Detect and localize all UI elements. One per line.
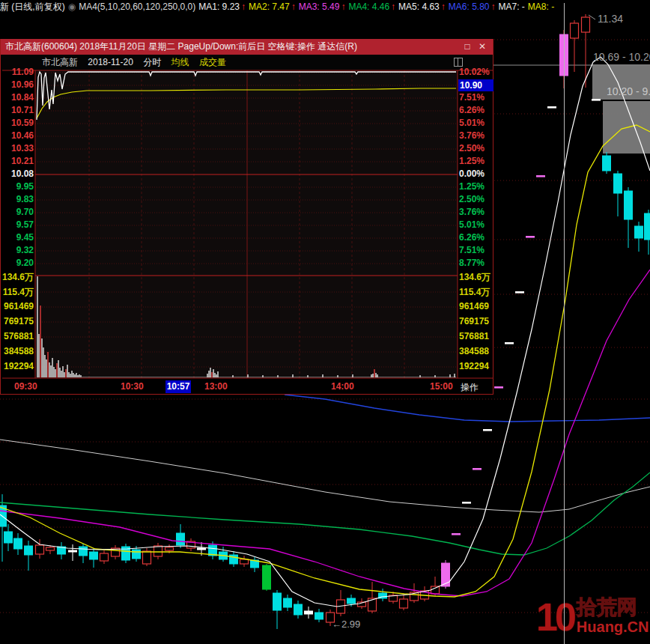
price-axis-label: 10.96	[1, 79, 34, 90]
daily-candle	[46, 547, 55, 550]
limit-up-dash-candle	[505, 342, 514, 344]
daily-candle	[263, 565, 271, 589]
percent-axis-label: 10.02%	[459, 67, 493, 77]
percent-axis-label: 6.26%	[459, 105, 493, 115]
watermark-domain: Huang.CN	[577, 619, 649, 635]
daily-candle	[198, 548, 206, 550]
daily-candle	[25, 546, 33, 555]
percent-axis-label: 2.50%	[459, 143, 493, 154]
action-menu-button[interactable]: 操作	[461, 381, 479, 394]
daily-candle	[14, 538, 22, 549]
daily-candle	[442, 563, 450, 586]
daily-candle	[284, 598, 292, 607]
limit-up-dash-candle	[462, 502, 471, 504]
daily-candle	[90, 552, 98, 559]
daily-candle	[294, 604, 303, 615]
daily-candle	[635, 226, 643, 238]
volume-axis-label: 576881	[459, 331, 493, 341]
daily-candle	[603, 156, 611, 171]
limit-up-dash-candle	[536, 175, 545, 177]
up-arrow-icon: ↑	[341, 1, 345, 12]
daily-candle	[165, 547, 174, 550]
watermark-site-name: 拾荒网	[577, 596, 649, 619]
daily-candle	[645, 213, 650, 240]
volume-axis-label: 115.4万	[459, 286, 493, 299]
percent-axis-label: 2.50%	[459, 194, 493, 204]
volume-axis-label: 961469	[1, 301, 34, 312]
watermark-number: 10	[536, 596, 574, 638]
low-price-annotation: ←2.99	[332, 619, 360, 630]
daily-candle	[100, 553, 109, 561]
ma-value-2: MA2: 7.47	[249, 1, 290, 12]
daily-candle	[400, 599, 408, 608]
price-axis-label: 10.59	[1, 118, 34, 128]
percent-axis-label: 3.76%	[459, 130, 493, 141]
price-axis-label: 9.20	[1, 258, 34, 268]
daily-candle	[154, 546, 162, 556]
daily-candle	[133, 550, 141, 559]
volume-axis-label: 576881	[1, 331, 34, 341]
daily-candle	[315, 613, 324, 619]
time-tick-label: 10:30	[121, 381, 144, 392]
percent-axis-label: 3.76%	[459, 207, 493, 217]
price-axis-label: 10.08	[1, 168, 34, 179]
time-tick-label: 09:30	[14, 381, 37, 392]
daily-candle	[347, 598, 356, 604]
ma-value-1: MA1: 9.23	[198, 1, 240, 12]
price-axis-label: 11.09	[1, 67, 34, 77]
indicator-header-bar: 新 (日线,前复权)◉MA4(5,10,20,60,120,250,0,0)MA…	[0, 0, 650, 13]
volume-axis-label: 384588	[459, 346, 493, 356]
site-watermark: 10 拾荒网 Huang.CN	[536, 596, 649, 638]
percent-axis-label: 7.51%	[459, 92, 493, 103]
volume-axis-label: 769175	[459, 316, 493, 326]
percent-axis-label: 6.26%	[459, 232, 493, 243]
ma-value-6: MA6: 5.80	[449, 1, 490, 12]
daily-candle	[431, 586, 440, 594]
limit-up-dash-candle	[592, 99, 601, 101]
volume-axis-label: 134.6万	[1, 271, 34, 284]
volume-axis-label: 115.4万	[1, 286, 34, 299]
price-axis-label: 9.32	[1, 245, 34, 255]
up-arrow-icon: ↑	[391, 1, 395, 12]
daily-candle	[305, 611, 313, 614]
daily-candle	[4, 532, 13, 543]
up-arrow-icon: ↑	[291, 1, 296, 12]
volume-axis-label: 384588	[1, 346, 34, 356]
percent-axis-label: 1.25%	[459, 156, 493, 166]
high-price-annotation: 11.34	[598, 13, 623, 25]
price-axis-label: 9.70	[1, 207, 34, 217]
minute-chart-canvas[interactable]	[1, 39, 494, 395]
limit-up-dash-candle	[526, 236, 535, 238]
volume-axis-label: 134.6万	[459, 271, 493, 284]
stock-period-label: 新 (日线,前复权)	[0, 1, 65, 12]
price-axis-label: 10.84	[1, 92, 34, 103]
ma-value-8: MA8: -	[528, 1, 554, 12]
up-arrow-icon: ↑	[491, 1, 496, 12]
limit-up-dash-candle	[483, 429, 492, 431]
intraday-popup-window[interactable]: 市北高新(600604) 2018年11月20日 星期二 PageUp/Down…	[0, 39, 493, 395]
price-axis-label: 9.95	[1, 181, 34, 192]
daily-candle	[143, 551, 151, 564]
time-tick-label: 15:00	[430, 381, 453, 392]
daily-candle	[273, 593, 282, 610]
daily-candle	[240, 559, 249, 564]
daily-candle	[582, 17, 590, 32]
limit-up-dash-candle	[473, 468, 482, 470]
percent-axis-label: 7.51%	[459, 245, 493, 255]
daily-candle	[571, 23, 579, 38]
ma-value-4: MA4: 4.46	[348, 1, 389, 12]
cursor-price-badge: 10.90	[458, 79, 493, 91]
indicator-formula-label[interactable]: MA4(5,10,20,60,120,250,0,0)	[79, 1, 195, 12]
up-arrow-icon: ↑	[441, 1, 446, 12]
time-tick-label: 14:00	[331, 381, 354, 392]
percent-axis-label: 5.01%	[459, 219, 493, 230]
volume-axis-label: 769175	[1, 316, 34, 326]
price-axis-label: 10.33	[1, 143, 34, 154]
percent-axis-label: 0.00%	[459, 168, 493, 179]
time-cursor-badge: 10:57	[165, 380, 191, 393]
ma-value-3: MA3: 5.49	[299, 1, 340, 12]
price-axis-label: 9.45	[1, 232, 34, 243]
limit-up-dash-candle	[452, 533, 461, 535]
link-icon[interactable]: ◉	[68, 1, 76, 12]
up-arrow-icon: ↑	[241, 1, 246, 12]
